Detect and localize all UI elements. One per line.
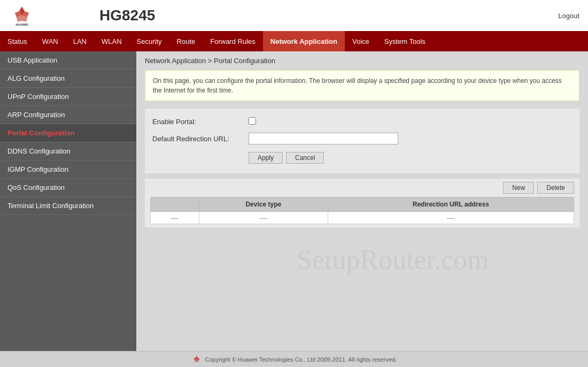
nav-item-forward-rules[interactable]: Forward Rules: [203, 31, 263, 51]
nav-item-route[interactable]: Route: [169, 31, 203, 51]
default-url-label: Default Redirection URL:: [152, 135, 249, 143]
data-table: Device type Redirection URL address ----…: [150, 197, 574, 224]
col-url-header: Redirection URL address: [328, 197, 574, 212]
footer-text: Copyright © Huawei Technologies Co., Ltd…: [205, 356, 397, 363]
col-checkbox-header: [151, 197, 199, 212]
new-button[interactable]: New: [503, 182, 534, 194]
nav-item-security[interactable]: Security: [129, 31, 169, 51]
nav-item-wan[interactable]: WAN: [35, 31, 66, 51]
main-layout: USB ApplicationALG ConfigurationUPnP Con…: [0, 51, 588, 351]
enable-portal-row: Enable Portal:: [145, 114, 579, 129]
table-cell: ----: [328, 212, 574, 224]
nav-item-network-application[interactable]: Network Application: [263, 31, 345, 51]
device-title: HG8245: [99, 7, 155, 24]
breadcrumb: Network Application > Portal Configurati…: [145, 57, 579, 65]
apply-button[interactable]: Apply: [249, 152, 283, 164]
table-cell: ----: [199, 212, 328, 224]
sidebar: USB ApplicationALG ConfigurationUPnP Con…: [0, 51, 136, 351]
delete-button[interactable]: Delete: [537, 182, 574, 194]
default-url-control: [249, 133, 398, 144]
cancel-button[interactable]: Cancel: [286, 152, 324, 164]
default-url-row: Default Redirection URL:: [145, 129, 579, 148]
footer: Copyright © Huawei Technologies Co., Ltd…: [0, 351, 588, 367]
top-bar: HUAWEI HG8245 Logout: [0, 0, 588, 31]
sidebar-item-alg-configuration[interactable]: ALG Configuration: [0, 70, 136, 88]
logo-area: HUAWEI: [9, 5, 94, 26]
table-cell: ----: [151, 212, 199, 224]
sidebar-item-usb-application[interactable]: USB Application: [0, 51, 136, 70]
sidebar-item-ddns-configuration[interactable]: DDNS Configuration: [0, 142, 136, 160]
table-body: ------------: [151, 212, 574, 224]
nav-item-status[interactable]: Status: [0, 31, 35, 51]
sidebar-item-arp-configuration[interactable]: ARP Configuration: [0, 106, 136, 124]
watermark: SetupRouter.com: [297, 244, 489, 276]
sidebar-item-upnp-configuration[interactable]: UPnP Configuration: [0, 88, 136, 106]
sidebar-item-terminal-limit-configuration[interactable]: Terminal Limit Configuration: [0, 197, 136, 215]
logout-button[interactable]: Logout: [558, 12, 579, 20]
logout-area: Logout: [558, 12, 579, 20]
info-text: On this page, you can configure the port…: [153, 77, 562, 94]
nav-item-lan[interactable]: LAN: [66, 31, 94, 51]
nav-item-system-tools[interactable]: System Tools: [377, 31, 433, 51]
sidebar-item-qos-configuration[interactable]: QoS Configuration: [0, 179, 136, 197]
form-area: Enable Portal: Default Redirection URL: …: [145, 109, 579, 173]
svg-text:HUAWEI: HUAWEI: [16, 23, 28, 26]
sidebar-item-igmp-configuration[interactable]: IGMP Configuration: [0, 160, 136, 179]
navbar: StatusWANLANWLANSecurityRouteForward Rul…: [0, 31, 588, 51]
table-row: ------------: [151, 212, 574, 224]
enable-portal-control: [249, 117, 256, 126]
info-box: On this page, you can configure the port…: [145, 70, 579, 101]
form-buttons: Apply Cancel: [145, 148, 579, 168]
table-section: New Delete Device type Redirection URL a…: [145, 179, 579, 227]
enable-portal-checkbox[interactable]: [249, 117, 256, 125]
footer-logo: [191, 355, 202, 364]
default-url-input[interactable]: [249, 133, 398, 144]
table-buttons: New Delete: [150, 182, 574, 194]
col-device-type-header: Device type: [199, 197, 328, 212]
nav-item-wlan[interactable]: WLAN: [94, 31, 129, 51]
sidebar-item-portal-configuration[interactable]: Portal Configuration: [0, 124, 136, 142]
enable-portal-label: Enable Portal:: [152, 118, 249, 126]
content-area: Network Application > Portal Configurati…: [136, 51, 588, 351]
nav-item-voice[interactable]: Voice: [345, 31, 377, 51]
huawei-logo: HUAWEI: [9, 5, 35, 26]
